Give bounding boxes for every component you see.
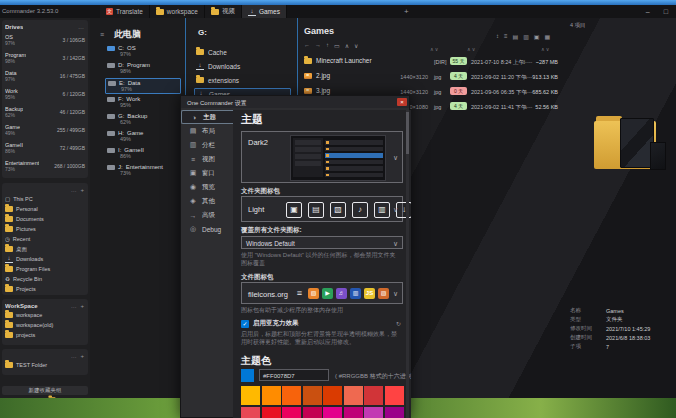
settings-nav-其他[interactable]: ◈其他	[181, 194, 233, 208]
file-pack-selector[interactable]: fileicons.org ≡▧▶♬▥JS▨ ∨	[241, 282, 403, 304]
palette-swatch[interactable]	[282, 386, 301, 405]
settings-nav-布局[interactable]: ▤布局	[181, 124, 233, 138]
more-icon[interactable]: …	[71, 187, 78, 193]
add-icon[interactable]: +	[80, 187, 85, 193]
dialog-scrollbar[interactable]	[406, 110, 409, 418]
new-tab-button[interactable]: +	[404, 7, 409, 16]
file-row[interactable]: 2.jpg1440×3120jpg4 天2021-09-02 11:20 下午-…	[302, 70, 560, 83]
this-pc-drive-F:[interactable]: F:Work95%	[105, 95, 181, 111]
checkbox-checked-icon[interactable]: ✓	[241, 320, 249, 328]
sidebar-item-Recycle Bin[interactable]: ♻Recycle Bin	[5, 274, 85, 284]
settings-nav-分栏[interactable]: ▥分栏	[181, 138, 233, 152]
panes-view-icon[interactable]: ▣	[534, 33, 540, 40]
close-icon[interactable]: ×	[397, 98, 407, 106]
sidebar-item-This PC[interactable]: ▢This PC	[5, 194, 85, 204]
add-icon[interactable]: +	[80, 353, 85, 359]
tab-workspace[interactable]: workspace	[150, 5, 205, 18]
palette-swatch[interactable]	[303, 386, 322, 405]
sidebar-drive-Game[interactable]: Game49%255 / 499GB	[5, 121, 85, 139]
tab-视频[interactable]: 视频	[205, 5, 242, 18]
file-row[interactable]: Minecraft Launcher[DIR]55 天2021-07-10 8:…	[302, 55, 560, 68]
tab-Games[interactable]: ↓Games	[242, 5, 287, 18]
palette-swatch[interactable]	[364, 407, 383, 418]
this-pc-drive-E:[interactable]: E:Data97%	[105, 78, 181, 94]
back-icon[interactable]: ←	[304, 42, 310, 49]
sidebar-drive-Work[interactable]: Work95%6 / 120GB	[5, 85, 85, 103]
search-icon[interactable]: ⌕	[20, 397, 24, 398]
palette-swatch[interactable]	[344, 407, 363, 418]
columns-view-icon[interactable]: ▥	[523, 33, 529, 40]
palette-swatch[interactable]	[262, 407, 281, 418]
folder-item-Cache[interactable]: Cache	[194, 46, 291, 58]
sidebar-item-Downloads[interactable]: ↓Downloads	[5, 254, 85, 264]
theme-selector[interactable]: Dark2 ∨	[241, 131, 403, 183]
workspace-item-projects[interactable]: projects	[5, 330, 85, 340]
more-icon[interactable]: …	[71, 353, 78, 359]
this-pc-drive-J:[interactable]: J:Entertainment73%	[105, 163, 181, 179]
sidebar-item-Documents[interactable]: Documents	[5, 214, 85, 224]
details-view-icon[interactable]: ▤	[513, 33, 519, 40]
this-pc-drive-D:[interactable]: D:Program98%	[105, 61, 181, 77]
grid-view-icon[interactable]: ▦	[4, 397, 10, 398]
sidebar-item-Pictures[interactable]: Pictures	[5, 224, 85, 234]
expand-icon[interactable]: ∨	[354, 42, 358, 49]
sidebar-item-Recent[interactable]: ◷Recent	[5, 234, 85, 244]
tab-Translate[interactable]: 文Translate	[100, 5, 150, 18]
palette-swatch[interactable]	[262, 386, 281, 405]
more-icon[interactable]: …	[78, 24, 85, 30]
this-pc-drive-G:[interactable]: G:Backup62%	[105, 112, 181, 128]
settings-nav-Debug[interactable]: ◎Debug	[181, 222, 233, 236]
palette-swatch[interactable]	[344, 386, 363, 405]
forward-icon[interactable]: →	[315, 42, 321, 49]
sidebar-drive-Program[interactable]: Program98%3 / 142GB	[5, 49, 85, 67]
sort-type-icon[interactable]: ∧∨	[430, 46, 439, 52]
folder-item-extensions[interactable]: extensions	[194, 74, 291, 86]
folder-icon[interactable]: ▭	[334, 42, 340, 49]
folder-pack-selector[interactable]: Light ▣▤▧♪▥↓ ∨	[241, 196, 403, 222]
list-view-icon[interactable]: ≡	[504, 33, 508, 40]
extra-item-TEST Folder[interactable]: TEST Folder	[5, 360, 85, 370]
sidebar-drive-Data[interactable]: Data97%16 / 475GB	[5, 67, 85, 85]
this-pc-drive-C:[interactable]: C:OS97%	[105, 44, 181, 60]
settings-nav-预览[interactable]: ◉预览	[181, 180, 233, 194]
collapse-icon[interactable]: ∧	[345, 42, 349, 49]
palette-swatch[interactable]	[241, 407, 260, 418]
palette-swatch[interactable]	[385, 386, 404, 405]
up-icon[interactable]: ↑	[326, 42, 329, 49]
sort-size-icon[interactable]: ∧∨	[541, 46, 550, 52]
sidebar-item-Program Files[interactable]: Program Files	[5, 264, 85, 274]
this-pc-drive-I:[interactable]: I:GameII86%	[105, 146, 181, 162]
hamburger-icon[interactable]: ≡	[100, 31, 104, 38]
override-folder-icon-dropdown[interactable]: Windows Default ∨	[241, 236, 403, 249]
add-icon[interactable]: +	[80, 303, 85, 309]
settings-nav-高级[interactable]: →高级	[181, 208, 233, 222]
settings-nav-视图[interactable]: ≡视图	[181, 152, 233, 166]
settings-nav-窗口[interactable]: ▣窗口	[181, 166, 233, 180]
palette-swatch[interactable]	[241, 386, 260, 405]
sidebar-drive-OS[interactable]: OS97%3 / 106GB	[5, 31, 85, 49]
palette-swatch[interactable]	[364, 386, 383, 405]
settings-nav-主题[interactable]: ◑主题	[181, 110, 233, 124]
new-favorites-group-button[interactable]: 新建收藏夹组	[2, 386, 88, 395]
more-icon[interactable]: …	[71, 303, 78, 309]
workspace-item-workspace(old)[interactable]: workspace(old)	[5, 320, 85, 330]
palette-swatch[interactable]	[323, 407, 342, 418]
current-color-swatch[interactable]	[241, 369, 254, 382]
folder-item-Downloads[interactable]: ↓Downloads	[194, 60, 291, 72]
palette-swatch[interactable]	[282, 407, 301, 418]
sort-icon[interactable]: ↕	[496, 33, 499, 40]
palette-swatch[interactable]	[303, 407, 322, 418]
sidebar-drive-GameII[interactable]: GameII86%72 / 499GB	[5, 139, 85, 157]
sidebar-item-桌面[interactable]: 桌面	[5, 244, 85, 254]
workspace-item-workspace[interactable]: workspace	[5, 310, 85, 320]
sidebar-item-Personal[interactable]: Personal	[5, 204, 85, 214]
hex-color-input[interactable]: #FF0078D7	[259, 369, 329, 381]
maximize-button[interactable]: □	[664, 8, 668, 15]
sidebar-drive-Entertainment[interactable]: Entertainment73%268 / 1000GB	[5, 157, 85, 175]
folder-icon[interactable]	[49, 397, 56, 398]
minimize-button[interactable]: –	[646, 8, 650, 15]
sort-date-icon[interactable]: ∧∨	[467, 46, 476, 52]
calendar-view-icon[interactable]: ▦	[545, 33, 551, 40]
palette-swatch[interactable]	[323, 386, 342, 405]
rename-icon[interactable]: A	[34, 397, 38, 398]
